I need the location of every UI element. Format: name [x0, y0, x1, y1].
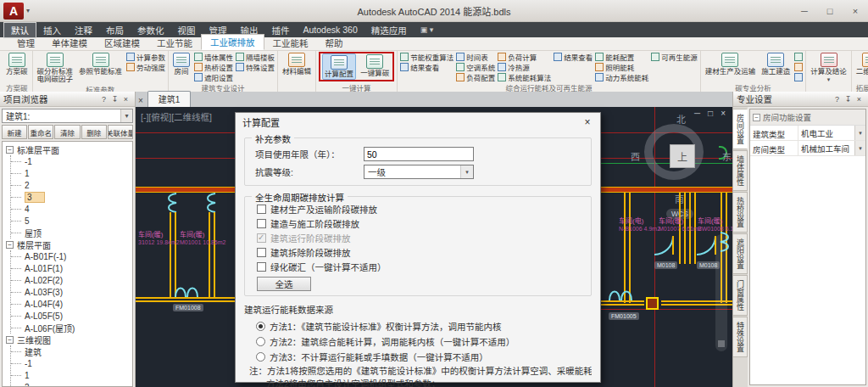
viewcube-top[interactable]: 上	[670, 144, 695, 168]
tab-region-modeling[interactable]: 区域建模	[96, 36, 148, 50]
help-icon[interactable]: ?	[98, 95, 109, 104]
radio-method2[interactable]: 方法2：建筑综合能耗计算，调用能耗内核（一键计算不适用）	[256, 334, 592, 349]
radio-method3[interactable]: 方法3：不计算运行能耗或手填数据（一键计算不适用）	[256, 349, 592, 364]
ribbon-tab-featured-apps[interactable]: 精选应用	[364, 23, 414, 37]
construction-build-button[interactable]: 施工建造	[760, 52, 792, 76]
tab-help[interactable]: 帮助	[317, 36, 352, 50]
collapse-icon[interactable]: −	[6, 241, 14, 249]
material-production-transport-button[interactable]: 建材生产及运输	[704, 52, 758, 76]
ribbon-tab-layout[interactable]: 布局	[99, 23, 131, 37]
navbar-button[interactable]	[718, 340, 725, 347]
heat-cold-source-button[interactable]: 冷热源	[498, 62, 551, 72]
drawing-minimize-icon[interactable]: ─	[694, 109, 700, 118]
tree-item[interactable]: -1	[11, 155, 132, 167]
compass-west[interactable]: 西	[631, 149, 640, 163]
checkbox-construction[interactable]: 建造与施工阶段碳排放	[257, 216, 584, 231]
tree-item[interactable]: A-L06F(屋顶)	[11, 322, 132, 334]
lighting-energy-button[interactable]: 照明能耗	[595, 62, 648, 72]
tree-section-standard-plans[interactable]: −标准层平面	[6, 143, 132, 155]
tree-item[interactable]: -1	[11, 357, 132, 369]
ribbon-tab-plugins[interactable]: 插件	[265, 23, 297, 37]
hvac-system-button[interactable]: 空调系统	[456, 62, 495, 72]
radio-icon[interactable]	[256, 352, 265, 362]
tree-item[interactable]: A-L03F(3)	[11, 286, 132, 298]
room-button[interactable]: 房间	[171, 52, 192, 76]
dialog-titlebar[interactable]: 计算配置 ×	[236, 113, 600, 132]
tree-item[interactable]: A-B01F(-1)	[11, 250, 132, 262]
checkbox-icon[interactable]	[257, 219, 266, 228]
pin-icon[interactable]: ↧	[109, 95, 120, 104]
tree-item[interactable]: A-L04F(4)	[11, 298, 132, 310]
tree-item[interactable]: A-L01F(1)	[11, 262, 132, 274]
link-mass-button[interactable]: 关联体量	[108, 125, 133, 139]
collapse-icon[interactable]: −	[753, 114, 760, 121]
clear-button[interactable]: 清除	[54, 125, 80, 139]
ribbon-tab-autodesk360[interactable]: Autodesk 360	[297, 24, 364, 36]
thermal-bridge-button[interactable]: 热桥设置	[194, 62, 233, 72]
collapse-icon[interactable]: −	[6, 336, 14, 344]
tree-item[interactable]: A-L02F(2)	[11, 274, 132, 286]
window-maximize-button[interactable]: □	[817, 1, 843, 21]
tree-item-selected[interactable]: 3	[11, 191, 132, 203]
panel-close-icon[interactable]: ×	[854, 95, 865, 104]
ribbon-tab-parametric[interactable]: 参数化	[131, 23, 171, 37]
list-icon[interactable]	[794, 53, 803, 61]
grid-carbon-factor-button[interactable]: 碳分析标准电网碳因子	[36, 52, 75, 84]
wall-properties-button[interactable]: 墙体属性	[194, 52, 233, 62]
vtab-shading[interactable]: 遮阳设置	[733, 233, 748, 274]
reference-standard-button[interactable]: 参照节能标准	[77, 52, 124, 76]
radio-method1[interactable]: 方法1：《建筑节能设计标准》权衡计算方法，调用节能内核	[256, 318, 592, 334]
2d-heat-transfer-button[interactable]: 二维传热	[854, 52, 868, 76]
renewable-energy-button[interactable]: 可再生能源	[651, 52, 698, 62]
load-config-button[interactable]: 负荷配置	[456, 72, 495, 82]
system-energy-algorithm-button[interactable]: 系统能耗算法	[498, 72, 551, 82]
help-icon[interactable]: ?	[832, 95, 843, 104]
vtab-special[interactable]: 特殊设置	[733, 317, 748, 357]
compass-east[interactable]: 东	[722, 149, 732, 163]
tree-item[interactable]: 2	[11, 381, 132, 387]
seismic-grade-select[interactable]: 一级▾	[364, 165, 474, 179]
dropdown-arrow-icon[interactable]: ▾	[460, 165, 473, 178]
ribbon-tab-annotate[interactable]: 注释	[68, 23, 99, 37]
dropdown-arrow-icon[interactable]: ▾	[854, 141, 865, 155]
load-calc-button[interactable]: 负荷计算	[498, 52, 551, 62]
energy-config-button[interactable]: 能耗配置	[595, 52, 648, 62]
tree-item[interactable]: 1	[11, 369, 132, 381]
shading-settings-button[interactable]: 遮阳设置	[194, 72, 233, 82]
export-icon[interactable]	[794, 73, 803, 81]
drawing-close-icon[interactable]: ×	[721, 109, 726, 118]
tab-bar-close-icon[interactable]: ×	[138, 96, 143, 107]
dialog-close-icon[interactable]: ×	[575, 113, 600, 132]
navigation-bar[interactable]	[715, 234, 727, 351]
checkbox-demolition[interactable]: 建筑拆除阶段碳排放	[257, 245, 584, 260]
schedule-button[interactable]: 时间表	[456, 52, 495, 62]
radio-icon[interactable]	[256, 322, 265, 331]
pin-icon[interactable]: ↧	[843, 95, 854, 104]
collapse-icon[interactable]: −	[6, 146, 14, 154]
property-group-header[interactable]: −房间功能设置	[750, 109, 865, 126]
ribbon-options-icon[interactable]: ▣ ▾	[420, 25, 434, 34]
building-type-select[interactable]: 机电工业▾	[798, 126, 865, 140]
vtab-thermal-bridge[interactable]: 热桥设置	[733, 192, 748, 233]
autocad-logo-icon[interactable]: A	[3, 3, 24, 20]
labor-intensity-button[interactable]: 劳动强度	[126, 62, 165, 72]
vtab-room-settings[interactable]: 房间设置	[733, 109, 748, 149]
checkbox-green-carbon-sink[interactable]: 绿化碳汇（一键计算不适用）	[257, 260, 584, 274]
result-view2-button[interactable]: 结果查看	[554, 52, 593, 62]
building-select-combo[interactable]: 建筑1: ▾	[2, 109, 133, 123]
radio-icon[interactable]	[256, 337, 265, 346]
energy-weight-algorithm-button[interactable]: 节能权重算法	[400, 52, 453, 62]
scheme-carbon-button[interactable]: 方案碳	[4, 52, 30, 76]
tree-item[interactable]: 屋顶	[11, 227, 132, 238]
result-view-button[interactable]: 结果查看	[400, 62, 453, 72]
tree-item[interactable]: 2	[11, 179, 132, 191]
dropdown-arrow-icon[interactable]: ▾	[854, 126, 865, 140]
checkbox-material-production[interactable]: 建材生产及运输阶段碳排放	[257, 202, 584, 216]
rename-button[interactable]: 重命名	[28, 125, 53, 139]
tab-industrial-energy-saving[interactable]: 工业节能	[148, 36, 201, 50]
window-close-button[interactable]: ×	[843, 1, 868, 21]
partition-floor-button[interactable]: 隔墙楼板	[236, 52, 275, 62]
delete-button[interactable]: 删除	[81, 125, 107, 139]
tree-item[interactable]: 1	[11, 167, 132, 179]
tab-manage[interactable]: 管理	[8, 36, 43, 50]
